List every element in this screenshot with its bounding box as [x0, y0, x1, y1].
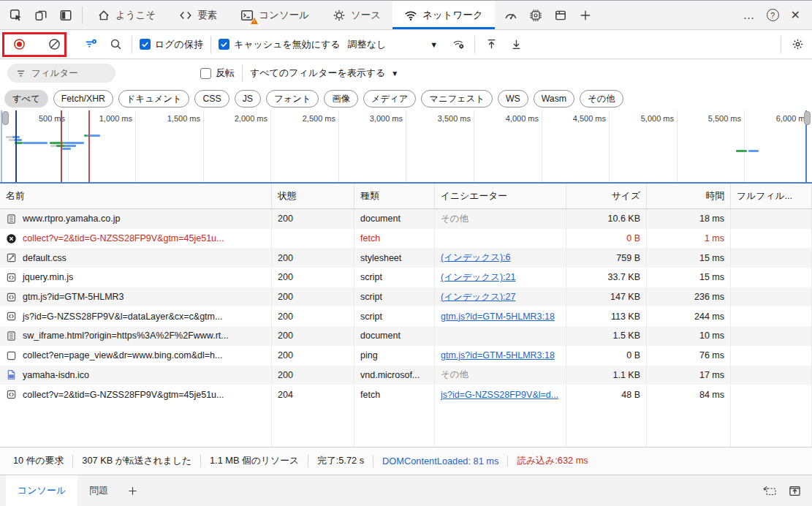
waterfall-bar [9, 139, 14, 141]
request-time: 84 ms [647, 385, 731, 404]
request-name: default.css [23, 253, 67, 263]
request-row[interactable]: www.rtpro.yamaha.co.jp 200 document その他 … [0, 209, 812, 229]
column-header[interactable]: フルフィル... [731, 184, 812, 208]
network-overview-timeline[interactable]: 500 ms 1,000 ms 1,500 ms 2,000 ms 2,500 … [0, 110, 812, 184]
application-icon[interactable] [553, 8, 568, 23]
har-import-icon[interactable] [482, 36, 500, 53]
initiator-link[interactable]: (インデックス):6 [441, 252, 511, 264]
filter-chip--[interactable]: フォント [266, 90, 319, 107]
request-row[interactable]: js?id=G-NZSS28FP9V&l=dataLayer&cx=c&gtm.… [0, 306, 812, 326]
request-status: 200 [272, 306, 354, 326]
search-icon[interactable] [107, 36, 124, 53]
request-name: jquery.min.js [23, 272, 73, 282]
filter-toggle-icon[interactable] [82, 36, 99, 53]
request-type: script [354, 268, 435, 287]
request-initiator [435, 326, 566, 346]
filter-row: フィルター 反転 すべてのフィルターを表示する ▼ [0, 59, 812, 87]
request-row[interactable]: jquery.min.js 200 script (インデックス):21 33.… [0, 268, 812, 287]
script-icon [6, 389, 17, 400]
filter-chip-fetch-xhr[interactable]: Fetch/XHR [53, 90, 113, 107]
filter-chip--[interactable]: ドキュメント [118, 90, 190, 107]
funnel-icon [16, 69, 26, 78]
tab-console[interactable]: コンソール [229, 1, 321, 29]
disable-cache-checkbox[interactable]: キャッシュを無効にする [219, 38, 341, 51]
request-row[interactable]: collect?v=2&tid=G-NZSS28FP9V&gtm=45je51u… [0, 385, 812, 404]
expand-panel-icon[interactable] [787, 483, 802, 498]
checkbox-checked[interactable] [140, 39, 151, 50]
request-status: 200 [272, 346, 354, 366]
rotate-activity-icon[interactable] [762, 483, 777, 498]
more-tools-icon[interactable] [578, 8, 593, 23]
drawer-tab-issues[interactable]: 問題 [77, 475, 120, 506]
checkbox-unchecked[interactable] [200, 68, 211, 79]
brush-right-handle[interactable] [804, 111, 811, 125]
column-header[interactable]: イニシエーター [435, 184, 566, 208]
request-row[interactable]: yamaha-isdn.ico 200 vnd.microsof... その他 … [0, 366, 812, 385]
wifi-icon [404, 9, 417, 22]
checkbox-checked[interactable] [219, 39, 229, 50]
filter-chip--[interactable]: すべて [4, 90, 48, 107]
show-all-filters-dropdown[interactable]: すべてのフィルターを表示する ▼ [250, 67, 398, 80]
settings-gear-icon[interactable] [789, 36, 806, 53]
performance-icon[interactable] [504, 8, 518, 23]
request-type: script [354, 306, 435, 326]
drawer-tab-console[interactable]: コンソール [6, 475, 77, 506]
filter-chip-js[interactable]: JS [235, 90, 261, 107]
help-icon[interactable]: ? [767, 9, 779, 21]
empty-column-cell [647, 404, 731, 447]
har-export-icon[interactable] [507, 36, 525, 53]
tab-network[interactable]: ネットワーク [392, 1, 495, 29]
filter-chip--[interactable]: その他 [580, 90, 623, 107]
inspect-icon[interactable] [9, 8, 23, 23]
filter-chip-ws[interactable]: WS [498, 90, 528, 107]
clear-button[interactable] [45, 36, 63, 53]
request-status: 200 [272, 248, 354, 268]
tab-elements[interactable]: 要素 [167, 1, 229, 29]
throttling-dropdown[interactable]: 調整なし ▼ [348, 38, 439, 51]
request-row[interactable]: collect?en=page_view&dr=www.bing.com&dl=… [0, 346, 812, 366]
request-fulfilled [731, 346, 812, 366]
column-header[interactable]: 時間 [647, 184, 731, 208]
network-conditions-icon[interactable] [449, 36, 467, 53]
close-icon[interactable]: ✕ [786, 7, 805, 23]
initiator-link[interactable]: (インデックス):27 [441, 291, 515, 303]
request-row[interactable]: gtm.js?id=GTM-5HLMR3 200 script (インデックス)… [0, 287, 812, 307]
timeline-tick-label: 1,000 ms [69, 114, 132, 123]
add-drawer-tab-button[interactable] [120, 475, 145, 506]
column-header[interactable]: 名前 [0, 184, 272, 208]
request-name: collect?v=2&tid=G-NZSS28FP9V&gtm=45je51u… [23, 233, 224, 243]
request-row[interactable]: default.css 200 stylesheet (インデックス):6 75… [0, 248, 812, 268]
request-row[interactable]: collect?v=2&tid=G-NZSS28FP9V&gtm=45je51u… [0, 229, 812, 249]
initiator-text: その他 [441, 369, 468, 381]
memory-icon[interactable] [528, 8, 543, 23]
filter-input[interactable]: フィルター [7, 64, 115, 83]
request-name: www.rtpro.yamaha.co.jp [23, 214, 120, 224]
filter-chip--[interactable]: マニフェスト [421, 90, 493, 107]
initiator-link[interactable]: gtm.js?id=GTM-5HLMR3:18 [441, 311, 555, 322]
initiator-link[interactable]: gtm.js?id=GTM-5HLMR3:18 [441, 350, 555, 360]
empty-column-cell [272, 404, 354, 447]
device-emulation-icon[interactable] [34, 8, 48, 23]
tab-welcome[interactable]: ようこそ [86, 1, 167, 29]
request-fulfilled [731, 287, 812, 307]
brush-left-handle[interactable] [2, 111, 9, 125]
column-header[interactable]: サイズ [566, 184, 647, 208]
column-header[interactable]: 状態 [272, 184, 354, 208]
preserve-log-checkbox[interactable]: ログの保持 [140, 38, 203, 51]
column-header[interactable]: 種類 [354, 184, 435, 208]
code-icon [179, 9, 192, 22]
more-options-icon[interactable]: … [739, 7, 759, 23]
filter-chip-wasm[interactable]: Wasm [534, 90, 574, 107]
dock-side-icon[interactable] [58, 8, 73, 23]
tab-sources[interactable]: ソース [321, 1, 392, 29]
record-button[interactable] [10, 36, 28, 53]
filter-chip--[interactable]: メディア [363, 90, 416, 107]
initiator-link[interactable]: (インデックス):21 [441, 271, 515, 284]
invert-checkbox[interactable]: 反転 [200, 67, 235, 80]
timeline-event-line [61, 110, 62, 182]
filter-chip-css[interactable]: CSS [194, 90, 229, 107]
request-row[interactable]: sw_iframe.html?origin=https%3A%2F%2Fwww.… [0, 326, 812, 346]
filter-chip--[interactable]: 画像 [324, 90, 358, 107]
initiator-link[interactable]: js?id=G-NZSS28FP9V&l=d... [441, 390, 558, 400]
throttling-value: 調整なし [348, 38, 387, 51]
